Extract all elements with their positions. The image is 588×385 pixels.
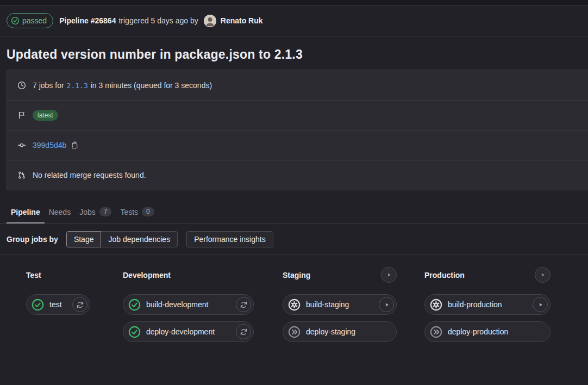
tab-tests-label: Tests <box>120 208 138 216</box>
job-pill-build-development[interactable]: build-development <box>123 294 254 315</box>
status-success-icon <box>128 299 141 311</box>
tab-tests[interactable]: Tests 0 <box>116 202 158 223</box>
stage-name-production: Production <box>424 271 465 280</box>
job-pill-test[interactable]: test <box>26 294 90 315</box>
user-name-link[interactable]: Renato Ruk <box>221 16 263 25</box>
stage-name-staging: Staging <box>283 271 310 280</box>
group-by-job-dependencies-button[interactable]: Job dependencies <box>101 231 178 247</box>
stage-column-production: Production build-production deploy-produ… <box>424 267 551 349</box>
play-icon <box>385 271 392 278</box>
status-skipped-icon <box>430 326 442 338</box>
retry-icon <box>76 301 84 309</box>
job-pill-deploy-development[interactable]: deploy-development <box>123 321 254 342</box>
jobs-summary-row: 7 jobs for2.1.3in 3 minutes (queued for … <box>7 70 588 100</box>
group-jobs-row: Group jobs by Stage Job dependencies Per… <box>0 231 588 247</box>
job-status-success <box>128 299 141 311</box>
stage-play-button-staging[interactable] <box>381 267 397 283</box>
copy-commit-button[interactable] <box>71 141 79 150</box>
play-icon <box>383 301 390 308</box>
performance-insights-button[interactable]: Performance insights <box>186 231 273 247</box>
top-strip <box>0 0 588 5</box>
commit-icon <box>17 141 26 150</box>
pipeline-tabs: Pipeline Needs Jobs 7 Tests 0 <box>0 202 588 223</box>
job-label: deploy-production <box>448 327 548 336</box>
play-icon <box>539 271 546 278</box>
job-label: build-development <box>146 300 236 309</box>
tab-tests-count-badge: 0 <box>142 207 154 216</box>
status-manual-icon <box>430 299 442 311</box>
pipeline-id: Pipeline #26864 <box>59 16 116 25</box>
group-by-segmented-control: Stage Job dependencies <box>66 231 178 247</box>
pipeline-graph: Test test Development build-development <box>0 255 588 349</box>
tab-needs[interactable]: Needs <box>45 202 75 223</box>
merge-request-icon <box>17 171 26 179</box>
pipeline-header: passed Pipeline #26864 triggered 5 days … <box>0 5 588 36</box>
tab-pipeline[interactable]: Pipeline <box>7 202 45 223</box>
flag-icon <box>17 111 26 120</box>
job-retry-button-build-development[interactable] <box>236 297 251 312</box>
stage-header-staging: Staging <box>283 267 397 283</box>
job-label: test <box>49 300 72 309</box>
play-icon <box>537 301 544 308</box>
tab-needs-label: Needs <box>49 208 71 216</box>
jobs-summary-text: 7 jobs for2.1.3in 3 minutes (queued for … <box>33 81 212 90</box>
tab-jobs-count-badge: 7 <box>99 207 112 216</box>
group-jobs-label: Group jobs by <box>7 235 58 244</box>
stage-column-test: Test test <box>26 267 90 349</box>
jobs-count-text: 7 jobs for <box>33 81 64 90</box>
person-icon <box>204 15 216 27</box>
stage-play-button-production[interactable] <box>535 267 551 283</box>
job-play-button-build-production[interactable] <box>533 297 548 312</box>
merge-request-row: No related merge requests found. <box>7 160 588 190</box>
job-play-button-build-staging[interactable] <box>379 297 394 312</box>
merge-request-text: No related merge requests found. <box>33 171 146 179</box>
job-status-manual <box>288 299 301 311</box>
stage-header-development: Development <box>123 267 254 283</box>
status-success-icon <box>32 299 44 311</box>
stage-column-staging: Staging build-staging deploy-staging <box>283 267 397 349</box>
status-skipped-icon <box>288 326 301 338</box>
clock-icon <box>17 81 26 90</box>
stage-header-production: Production <box>424 267 551 283</box>
clipboard-icon <box>71 141 79 150</box>
job-pill-deploy-production[interactable]: deploy-production <box>424 321 551 342</box>
latest-row: latest <box>7 100 588 130</box>
tab-jobs[interactable]: Jobs 7 <box>75 202 116 223</box>
tab-pipeline-label: Pipeline <box>11 208 40 216</box>
retry-icon <box>240 328 248 336</box>
group-by-stage-button[interactable]: Stage <box>66 231 102 247</box>
status-manual-icon <box>288 299 301 311</box>
tab-jobs-label: Jobs <box>79 208 96 216</box>
job-label: deploy-staging <box>306 327 394 336</box>
job-status-skipped <box>288 326 301 338</box>
stage-name-development: Development <box>123 271 171 280</box>
job-pill-build-staging[interactable]: build-staging <box>283 294 397 315</box>
ref-link[interactable]: 2.1.3 <box>67 82 88 90</box>
retry-icon <box>240 301 248 309</box>
status-success-icon <box>128 326 141 338</box>
job-pill-build-production[interactable]: build-production <box>424 294 551 315</box>
job-retry-button-test[interactable] <box>72 297 87 312</box>
pipeline-info-box: 7 jobs for2.1.3in 3 minutes (queued for … <box>7 70 588 190</box>
stage-name-test: Test <box>26 271 41 280</box>
stage-header-test: Test <box>26 267 90 283</box>
status-badge-label: passed <box>22 16 47 25</box>
check-circle-icon <box>11 16 20 25</box>
commit-sha-link[interactable]: 399d5d4b <box>33 141 66 150</box>
job-pill-deploy-staging[interactable]: deploy-staging <box>283 321 397 342</box>
page-title: Updated version number in package.json t… <box>0 36 588 62</box>
job-retry-button-deploy-development[interactable] <box>236 324 251 339</box>
job-label: build-staging <box>306 300 379 309</box>
job-label: build-production <box>448 300 533 309</box>
status-badge: passed <box>7 13 53 28</box>
job-status-success <box>128 326 141 338</box>
job-status-skipped <box>430 326 442 338</box>
latest-badge: latest <box>33 110 58 121</box>
job-label: deploy-development <box>146 327 236 336</box>
avatar[interactable] <box>204 15 216 27</box>
triggered-text: triggered 5 days ago by <box>118 16 198 25</box>
stage-column-development: Development build-development deploy-dev… <box>123 267 254 349</box>
job-status-manual <box>430 299 442 311</box>
commit-row: 399d5d4b <box>7 130 588 160</box>
job-status-success <box>32 299 44 311</box>
